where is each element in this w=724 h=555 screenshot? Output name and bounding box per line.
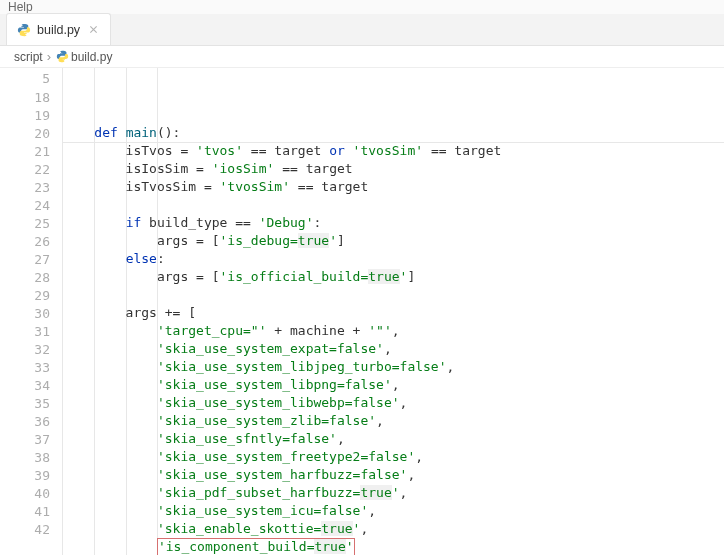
line-number: 41 <box>0 503 50 521</box>
line-number: 25 <box>0 215 50 233</box>
code-line[interactable]: 'skia_use_system_libjpeg_turbo=false', <box>63 358 724 376</box>
code-line[interactable]: 'skia_use_system_harfbuzz=false', <box>63 466 724 484</box>
line-number: 28 <box>0 269 50 287</box>
sticky-scope-line: def main(): <box>63 124 724 142</box>
code-line[interactable]: args = ['is_debug=true'] <box>63 232 724 250</box>
code-line[interactable]: 'skia_use_system_zlib=false', <box>63 412 724 430</box>
code-area[interactable]: def main(): isTvos = 'tvos' == target or… <box>63 68 724 555</box>
line-number: 38 <box>0 449 50 467</box>
breadcrumb-part[interactable]: script <box>14 50 43 64</box>
line-number: 24 <box>0 197 50 215</box>
code-line[interactable]: 'skia_pdf_subset_harfbuzz=true', <box>63 484 724 502</box>
line-number: 26 <box>0 233 50 251</box>
code-line[interactable]: 'skia_use_system_libwebp=false', <box>63 394 724 412</box>
code-line[interactable]: args += [ <box>63 304 724 322</box>
code-line[interactable]: else: <box>63 250 724 268</box>
line-number: 27 <box>0 251 50 269</box>
line-number: 40 <box>0 485 50 503</box>
code-line[interactable]: 'skia_use_system_libpng=false', <box>63 376 724 394</box>
line-number: 31 <box>0 323 50 341</box>
code-line[interactable]: 'skia_use_system_icu=false', <box>63 502 724 520</box>
tab-build-py[interactable]: build.py <box>6 13 111 45</box>
line-number: 36 <box>0 413 50 431</box>
line-number: 19 <box>0 107 50 125</box>
line-number: 39 <box>0 467 50 485</box>
line-number: 20 <box>0 125 50 143</box>
line-number: 5 <box>0 70 50 88</box>
breadcrumb: script › build.py <box>0 46 724 68</box>
line-number: 30 <box>0 305 50 323</box>
code-line[interactable]: args = ['is_official_build=true'] <box>63 268 724 286</box>
code-line[interactable]: if build_type == 'Debug': <box>63 214 724 232</box>
code-line[interactable]: isIosSim = 'iosSim' == target <box>63 160 724 178</box>
line-number: 29 <box>0 287 50 305</box>
line-numbers-gutter: 5181920212223242526272829303132333435363… <box>0 68 62 555</box>
line-number: 33 <box>0 359 50 377</box>
code-line[interactable]: 'skia_enable_skottie=true', <box>63 520 724 538</box>
menu-help[interactable]: Help <box>8 0 33 14</box>
python-file-icon <box>55 50 69 64</box>
code-line[interactable] <box>63 196 724 214</box>
tab-bar: build.py <box>0 14 724 46</box>
chevron-right-icon: › <box>47 49 51 64</box>
code-line[interactable]: 'is_component_build=true' <box>63 538 724 555</box>
code-line[interactable] <box>63 286 724 304</box>
close-icon[interactable] <box>86 23 100 37</box>
line-number: 32 <box>0 341 50 359</box>
code-line[interactable]: 'skia_use_sfntly=false', <box>63 430 724 448</box>
python-file-icon <box>17 23 31 37</box>
line-number: 34 <box>0 377 50 395</box>
line-number: 22 <box>0 161 50 179</box>
line-number: 21 <box>0 143 50 161</box>
code-line[interactable]: isTvosSim = 'tvosSim' == target <box>63 178 724 196</box>
tab-filename: build.py <box>37 23 80 37</box>
code-line[interactable]: 'target_cpu="' + machine + '"', <box>63 322 724 340</box>
code-line[interactable]: 'skia_use_system_freetype2=false', <box>63 448 724 466</box>
line-number: 37 <box>0 431 50 449</box>
code-line[interactable]: isTvos = 'tvos' == target or 'tvosSim' =… <box>63 142 724 160</box>
breadcrumb-part[interactable]: build.py <box>71 50 112 64</box>
editor: 5181920212223242526272829303132333435363… <box>0 68 724 555</box>
code-line[interactable]: 'skia_use_system_expat=false', <box>63 340 724 358</box>
line-number: 42 <box>0 521 50 539</box>
menu-bar: Help <box>0 0 724 14</box>
line-number: 35 <box>0 395 50 413</box>
line-number: 18 <box>0 89 50 107</box>
line-number: 23 <box>0 179 50 197</box>
